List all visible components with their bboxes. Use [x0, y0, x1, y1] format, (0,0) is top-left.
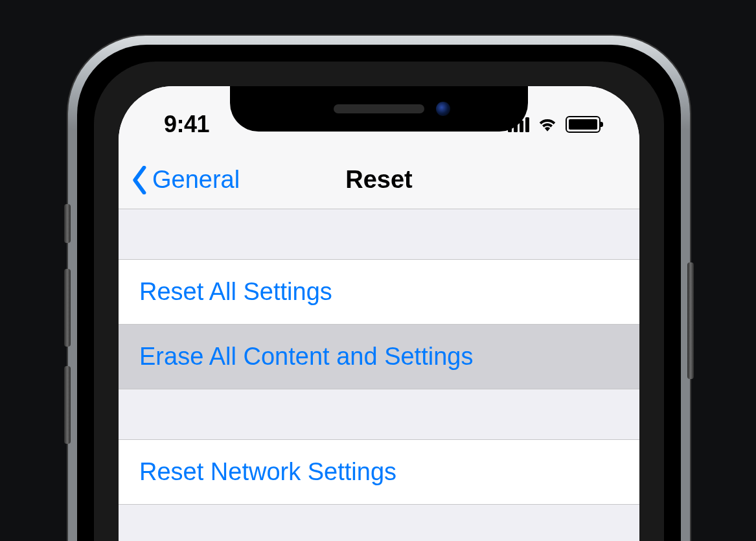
section-spacer [119, 209, 639, 260]
battery-fill [569, 119, 597, 130]
row-label: Erase All Content and Settings [139, 343, 473, 370]
power-button [687, 262, 694, 379]
front-camera [436, 102, 450, 116]
phone-bezel-outer: 9:41 [77, 45, 681, 541]
notch [230, 86, 528, 132]
reset-network-settings-row[interactable]: Reset Network Settings [119, 440, 639, 505]
phone-frame: 9:41 [68, 36, 690, 541]
battery-icon [566, 116, 601, 133]
speaker-grille [334, 104, 424, 113]
phone-screen: 9:41 [119, 86, 639, 541]
status-time: 9:41 [164, 111, 209, 138]
row-label: Reset All Settings [139, 278, 332, 305]
volume-down-button [64, 366, 71, 444]
volume-up-button [64, 269, 71, 347]
phone-bezel-inner: 9:41 [94, 62, 664, 541]
navigation-bar: General Reset [119, 151, 639, 209]
back-label: General [152, 166, 240, 194]
back-button[interactable]: General [130, 166, 240, 194]
page-title: Reset [345, 166, 413, 194]
wifi-icon [537, 117, 558, 132]
section-spacer [119, 389, 639, 440]
erase-all-content-row[interactable]: Erase All Content and Settings [119, 325, 639, 389]
row-label: Reset Network Settings [139, 458, 396, 485]
mute-switch [64, 204, 71, 243]
reset-all-settings-row[interactable]: Reset All Settings [119, 260, 639, 325]
chevron-left-icon [130, 166, 150, 194]
